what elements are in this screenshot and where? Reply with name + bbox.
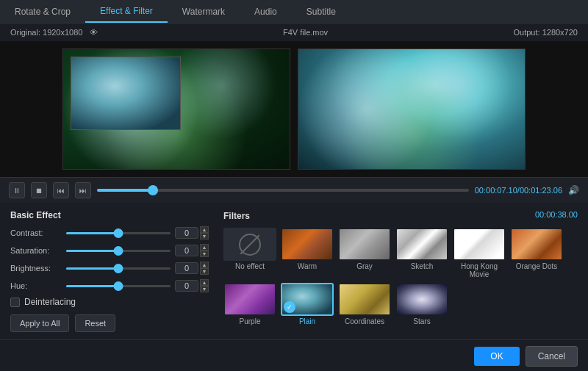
- filter-thumb-no-effect: [223, 228, 276, 261]
- saturation-down[interactable]: ▼: [200, 251, 209, 257]
- saturation-fill: [66, 250, 118, 252]
- filter-label-gray: Gray: [356, 262, 373, 270]
- eye-icon[interactable]: 👁: [90, 28, 98, 37]
- hue-thumb[interactable]: [114, 281, 123, 291]
- tab-rotate-crop[interactable]: Rotate & Crop: [0, 0, 85, 23]
- contrast-value[interactable]: [175, 227, 198, 239]
- apply-to-all-button[interactable]: Apply to All: [10, 314, 69, 332]
- filter-purple[interactable]: Purple: [223, 283, 276, 325]
- saturation-slider[interactable]: [66, 250, 171, 252]
- contrast-slider[interactable]: [66, 232, 171, 234]
- preview-left-thumb: [63, 49, 290, 169]
- pause-button[interactable]: ⏸: [9, 182, 25, 198]
- filter-label-purple: Purple: [240, 317, 261, 325]
- brightness-slider[interactable]: [66, 267, 171, 270]
- hue-up[interactable]: ▲: [200, 279, 209, 286]
- prev-button[interactable]: ⏮: [53, 182, 69, 198]
- inner-preview-box: [71, 57, 181, 130]
- info-bar: Original: 1920x1080 👁 F4V file.mov Outpu…: [0, 24, 588, 41]
- brightness-row: Brightness: ▲ ▼: [10, 262, 209, 275]
- preview-right-thumb: [298, 49, 525, 169]
- reset-button[interactable]: Reset: [75, 314, 115, 332]
- filter-label-warm: Warm: [298, 262, 317, 270]
- progress-thumb[interactable]: [148, 185, 158, 195]
- filter-thumb-gray: [338, 228, 391, 261]
- hue-label: Hue:: [10, 281, 62, 290]
- contrast-up[interactable]: ▲: [200, 226, 209, 233]
- hue-fill: [66, 285, 118, 287]
- progress-track[interactable]: [97, 189, 469, 192]
- filters-title: Filters: [223, 211, 250, 221]
- filter-label-orange: Orange Dots: [516, 262, 558, 270]
- deinterlace-label: Deinterlacing: [24, 297, 76, 307]
- contrast-fill: [66, 232, 118, 234]
- next-button[interactable]: ⏭: [75, 182, 91, 198]
- filter-sketch[interactable]: Sketch: [395, 228, 448, 278]
- filter-thumb-plain: ✓: [281, 283, 334, 316]
- tab-watermark[interactable]: Watermark: [168, 0, 240, 23]
- filters-panel: Filters 00:00:38.00 No effect Warm: [223, 210, 578, 332]
- brightness-thumb[interactable]: [114, 264, 123, 273]
- preview-area: [0, 41, 588, 177]
- output-res: Output: 1280x720: [514, 28, 578, 37]
- brightness-spinner[interactable]: ▲ ▼: [200, 262, 209, 275]
- tab-bar: Rotate & Crop Effect & Filter Watermark …: [0, 0, 588, 24]
- original-res: Original: 1920x1080: [10, 28, 82, 37]
- saturation-spinner[interactable]: ▲ ▼: [200, 244, 209, 257]
- action-buttons: Apply to All Reset: [10, 314, 209, 332]
- footer: OK Cancel: [0, 339, 588, 371]
- tab-subtitle[interactable]: Subtitle: [292, 0, 351, 23]
- filter-gray[interactable]: Gray: [338, 228, 391, 278]
- hue-down[interactable]: ▼: [200, 286, 209, 292]
- filter-thumb-coord: [338, 283, 391, 316]
- cancel-button[interactable]: Cancel: [526, 346, 578, 367]
- filter-thumb-sketch: [395, 228, 448, 261]
- filter-grid: No effect Warm Gray Ske: [223, 228, 578, 325]
- tab-effect-filter[interactable]: Effect & Filter: [85, 0, 168, 23]
- hue-row: Hue: ▲ ▼: [10, 279, 209, 292]
- filter-label-no-effect: No effect: [235, 262, 265, 270]
- tab-audio[interactable]: Audio: [240, 0, 292, 23]
- filter-warm[interactable]: Warm: [281, 228, 334, 278]
- basic-effect-panel: Basic Effect Contrast: ▲ ▼ Saturation:: [10, 210, 209, 332]
- bottom-panel: Basic Effect Contrast: ▲ ▼ Saturation:: [0, 203, 588, 339]
- filter-plain[interactable]: ✓ Plain: [281, 283, 334, 325]
- preview-right: [298, 48, 526, 170]
- hue-value[interactable]: [175, 280, 198, 292]
- flower-overlay-right: [298, 49, 525, 169]
- ok-button[interactable]: OK: [474, 347, 519, 366]
- hue-slider[interactable]: [66, 285, 171, 287]
- hue-spinner[interactable]: ▲ ▼: [200, 279, 209, 292]
- brightness-value[interactable]: [175, 262, 198, 274]
- filter-no-effect[interactable]: No effect: [223, 228, 276, 278]
- filter-hongkong[interactable]: Hong Kong Movie: [453, 228, 506, 278]
- filename: F4V file.mov: [283, 28, 328, 37]
- filter-orange-dots[interactable]: Orange Dots: [510, 228, 563, 278]
- saturation-row: Saturation: ▲ ▼: [10, 244, 209, 257]
- contrast-thumb[interactable]: [114, 228, 123, 238]
- filter-thumb-warm: [281, 228, 334, 261]
- filter-label-coord: Coordinates: [345, 317, 384, 325]
- deinterlace-checkbox[interactable]: [10, 298, 20, 307]
- filter-coordinates[interactable]: Coordinates: [338, 283, 391, 325]
- filter-stars[interactable]: Stars: [395, 283, 448, 325]
- preview-left: [62, 48, 290, 170]
- contrast-spinner[interactable]: ▲ ▼: [200, 226, 209, 239]
- contrast-down[interactable]: ▼: [200, 233, 209, 239]
- time-display: 00:00:07.10/00:01:23.06: [475, 186, 562, 195]
- brightness-fill: [66, 267, 118, 270]
- brightness-up[interactable]: ▲: [200, 262, 209, 268]
- brightness-down[interactable]: ▼: [200, 268, 209, 275]
- saturation-up[interactable]: ▲: [200, 244, 209, 251]
- stop-button[interactable]: ⏹: [31, 182, 47, 198]
- playback-bar: ⏸ ⏹ ⏮ ⏭ 00:00:07.10/00:01:23.06 🔊: [0, 177, 588, 203]
- no-effect-line: [240, 234, 260, 254]
- filter-thumb-hongkong: [453, 228, 506, 261]
- saturation-thumb[interactable]: [114, 246, 123, 256]
- filter-label-stars: Stars: [413, 317, 430, 325]
- filter-check-icon: ✓: [284, 301, 295, 313]
- saturation-label: Saturation:: [10, 246, 62, 255]
- saturation-value[interactable]: [175, 245, 198, 256]
- volume-icon[interactable]: 🔊: [568, 185, 579, 195]
- brightness-label: Brightness:: [10, 264, 62, 273]
